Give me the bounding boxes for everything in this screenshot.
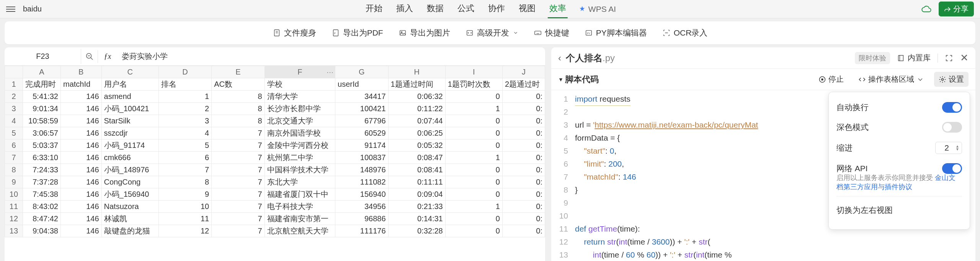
cell[interactable]: 小码_156940 [101,188,158,201]
cell[interactable]: 0: [502,91,545,103]
cell[interactable]: 2题通过时 [502,78,545,91]
cell[interactable]: 小码_148976 [101,164,158,176]
row-header[interactable]: 6 [5,139,23,152]
ribbon-export-image[interactable]: 导出为图片 [399,28,450,38]
table-row[interactable]: 410:58:59146StarSilk38北京交通大学677960:07:44… [5,115,545,127]
cell[interactable]: 0:14:31 [388,213,445,225]
table-row[interactable]: 87:24:33146小码_14897677中国科学技术大学1489760:08… [5,164,545,176]
cell[interactable]: 0: [502,188,545,201]
ribbon-export-pdf[interactable]: P导出为PDF [332,28,383,38]
stop-button[interactable]: 停止 [814,72,848,87]
cell[interactable]: 100421 [335,103,389,115]
cell[interactable]: 5:03:37 [23,139,60,152]
settings-button[interactable]: 设置 [934,72,969,87]
cell[interactable]: 12 [158,225,212,237]
col-header-I[interactable]: I [445,66,502,78]
cell[interactable]: 东北大学 [265,176,335,188]
cell[interactable]: 0 [445,213,502,225]
cell[interactable]: 146 [60,164,101,176]
zoom-out-icon[interactable] [81,50,98,63]
ribbon-dev[interactable]: 高级开发 [466,28,518,38]
cell[interactable]: 0:32:28 [388,225,445,237]
cell[interactable]: 146 [60,152,101,164]
cell[interactable]: 34417 [335,91,389,103]
builtin-lib-button[interactable]: 内置库 [897,53,931,63]
cell[interactable]: 7:24:33 [23,164,60,176]
cell[interactable]: 金陵中学河西分校 [265,139,335,152]
cell[interactable]: 1题通过时间 [388,78,445,91]
tab-start[interactable]: 开始 [364,0,384,18]
ribbon-ocr[interactable]: OCR录入 [662,28,708,38]
fx-icon[interactable]: ƒx [98,50,117,63]
cell[interactable]: 0 [445,127,502,139]
cell[interactable]: 0:06:25 [388,127,445,139]
cell[interactable]: 0 [445,188,502,201]
cell[interactable]: 146 [60,103,101,115]
col-header-H[interactable]: H [388,66,445,78]
cell[interactable]: 6 [158,152,212,164]
cell[interactable]: 3 [158,115,212,127]
cell[interactable]: 10 [158,201,212,213]
cell[interactable]: 0:09:04 [388,188,445,201]
col-header-C[interactable]: C [101,66,158,78]
cell[interactable]: 9:01:34 [23,103,60,115]
cell[interactable]: 7 [212,201,265,213]
row-header[interactable]: 11 [5,201,23,213]
cell[interactable]: 67796 [335,115,389,127]
cell[interactable]: 完成用时 [23,78,60,91]
close-button[interactable]: ✕ [960,52,969,64]
cell[interactable]: 3:06:57 [23,127,60,139]
expand-icon[interactable] [945,54,953,62]
cell[interactable]: 小码_100421 [101,103,158,115]
ribbon-shortcut[interactable]: 快捷键 [534,28,569,38]
cell[interactable]: 0: [502,201,545,213]
cell[interactable]: 0: [502,139,545,152]
switch-view-button[interactable]: 切换为左右视图 [836,201,893,219]
cell[interactable]: 10:58:59 [23,115,60,127]
cell[interactable]: 0: [502,115,545,127]
cell[interactable]: 7 [158,164,212,176]
cell[interactable]: 146 [60,201,101,213]
cell[interactable]: 8:47:42 [23,213,60,225]
cell[interactable]: 北京交通大学 [265,115,335,127]
row-header[interactable]: 5 [5,127,23,139]
cell[interactable]: 9:04:38 [23,225,60,237]
hamburger-icon[interactable] [6,5,15,14]
cell[interactable]: 7 [212,139,265,152]
cell[interactable]: 0:06:32 [388,91,445,103]
ribbon-py-editor[interactable]: PYPY脚本编辑器 [585,28,647,38]
stepper-icon[interactable]: ▲▼ [956,145,959,151]
cell[interactable]: 156940 [335,188,389,201]
cell[interactable]: 146 [60,91,101,103]
cell[interactable]: 1 [445,152,502,164]
table-row[interactable]: 53:06:57146sszcdjr47南京外国语学校605290:06:250… [5,127,545,139]
cell[interactable]: sszcdjr [101,127,158,139]
cell[interactable]: 0:05:32 [388,139,445,152]
cell[interactable]: 146 [60,213,101,225]
cell[interactable]: 8:43:02 [23,201,60,213]
cell[interactable]: 146 [60,139,101,152]
cell[interactable]: 南京外国语学校 [265,127,335,139]
cell[interactable]: 0: [502,164,545,176]
tab-view[interactable]: 视图 [517,0,537,18]
auto-wrap-toggle[interactable] [942,102,962,113]
tab-efficiency[interactable]: 效率 [548,0,568,18]
tab-collab[interactable]: 协作 [487,0,506,18]
cell[interactable]: 60529 [335,127,389,139]
table-row[interactable]: 65:03:37146小码_9117457金陵中学河西分校911740:05:3… [5,139,545,152]
cell[interactable]: 8 [158,176,212,188]
share-button[interactable]: 分享 [939,2,974,16]
cell[interactable]: 0:11:11 [388,176,445,188]
cell[interactable]: 0:08:47 [388,152,445,164]
col-header-B[interactable]: B [60,66,101,78]
cell[interactable]: 9 [158,188,212,201]
cell[interactable]: 0 [445,91,502,103]
cell[interactable]: 林诚凯 [101,213,158,225]
cell[interactable]: 敲键盘的龙猫 [101,225,158,237]
cell[interactable]: 7 [212,127,265,139]
cell[interactable]: 小码_91174 [101,139,158,152]
cell[interactable]: 7 [212,188,265,201]
cell[interactable]: 7 [212,164,265,176]
cell-reference[interactable]: F23 [5,49,81,64]
cell[interactable]: CongCong [101,176,158,188]
